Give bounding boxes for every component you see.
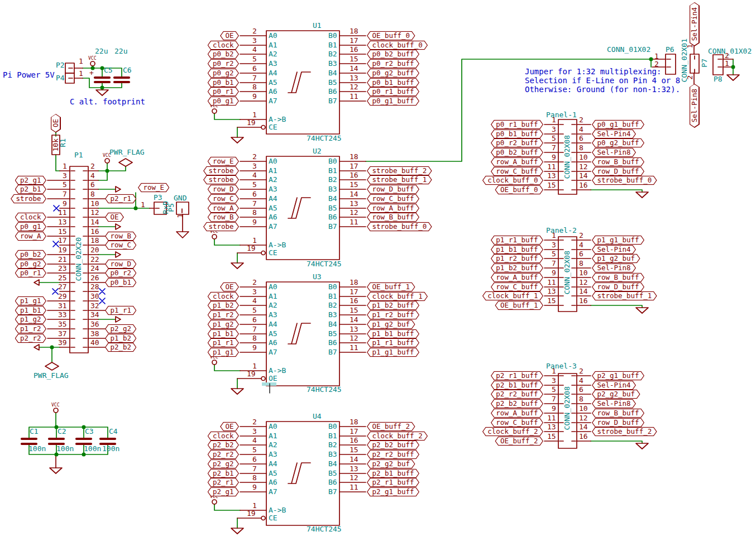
pin-number: 12 xyxy=(579,414,588,422)
global-label-text: OE xyxy=(51,114,60,132)
pin-number: 2 xyxy=(579,367,583,375)
global-label-text: OE xyxy=(221,283,238,291)
global-label-text: p1_b1_buff xyxy=(367,330,418,338)
pin-number: 3 xyxy=(552,126,556,133)
pin-number: 16 xyxy=(350,437,358,444)
pin-name: A2 xyxy=(269,301,277,309)
pin-name: CE xyxy=(269,123,277,131)
global-label-text: p2_r2 xyxy=(208,451,238,458)
global-label-text: p1_b2_buff xyxy=(491,264,542,272)
global-label-text: row_A_buff xyxy=(491,158,542,166)
global-label-text: p1_r1_buff xyxy=(367,339,418,347)
global-label-text: p2_r2 xyxy=(16,334,46,342)
pin-number: 6 xyxy=(579,250,583,257)
pin-number: 15 xyxy=(547,433,556,440)
global-label-text: row_D_buff xyxy=(592,283,643,291)
pin-number: 15 xyxy=(350,55,358,63)
pin-name: B5 xyxy=(328,470,337,477)
pin-name: B7 xyxy=(328,223,337,230)
global-label-text: row_D xyxy=(208,185,238,193)
pin-number: 17 xyxy=(350,37,358,44)
pin-name: B3 xyxy=(328,451,337,458)
pin-name: A5 xyxy=(269,470,277,477)
pin-number: 16 xyxy=(350,171,358,179)
global-label: p0_b1 xyxy=(208,78,239,88)
global-label-text: clock_buff_0 xyxy=(367,41,427,49)
global-label-text: clock_buff_2 xyxy=(367,432,427,440)
global-label: p1_r2 xyxy=(15,324,46,334)
pin-name: B1 xyxy=(328,167,337,174)
pin-number: 7 xyxy=(552,260,556,267)
pin-number: 3 xyxy=(252,162,257,170)
global-label: strobe xyxy=(203,222,239,232)
global-label-text: Sel-Pin4 xyxy=(592,246,635,253)
pin-number: 6 xyxy=(252,190,257,198)
pin-number: 5 xyxy=(552,135,556,142)
pin-number: 28 xyxy=(90,283,99,290)
global-label: strobe xyxy=(203,175,239,185)
global-label: OE xyxy=(220,31,239,41)
connector-ref: GND xyxy=(174,194,186,202)
cap-ref: C3 xyxy=(85,428,94,435)
global-label-text: p0_g2_buff xyxy=(367,69,418,77)
global-label-text: p2_b1_buff xyxy=(367,470,418,477)
pin-number: 7 xyxy=(63,190,67,198)
global-label-text: row_C_buff xyxy=(491,167,542,175)
global-label: p1_b2 xyxy=(105,334,136,343)
pin-stub xyxy=(288,323,310,344)
note-jumper-line1: Jumper for 1:32 multiplexing: xyxy=(525,68,661,76)
pin-number: 19 xyxy=(247,119,256,126)
global-label: clock xyxy=(208,432,239,441)
global-label: p1_b2_buff xyxy=(491,264,543,273)
global-label: Sel-Pin4 xyxy=(592,130,636,139)
pin-number: 3 xyxy=(552,377,556,384)
pin-number: 12 xyxy=(90,209,99,216)
schematic-canvas[interactable]: Pi Power 5V C alt. footprint Jumper for … xyxy=(0,0,756,541)
global-label-text: clock_buff_1 xyxy=(483,292,542,300)
cap-ref: C5 xyxy=(104,66,113,74)
global-label: p1_g2_buf xyxy=(592,254,640,264)
pin-number: 2 xyxy=(579,116,583,123)
pin-number: 25 xyxy=(58,274,67,281)
pin-name: A->B xyxy=(269,116,286,123)
global-label-text: OE_buff_2 xyxy=(367,423,414,430)
global-label: p1_g1_buff xyxy=(367,348,419,357)
global-label: row_A_buff xyxy=(491,273,543,283)
global-label-text: p0_r1 xyxy=(208,88,238,95)
pin-name: A1 xyxy=(269,41,277,49)
global-label-text: p1_r1 xyxy=(106,307,136,314)
global-label-text: p2_g2_buf xyxy=(592,390,639,398)
global-label: row_B xyxy=(208,213,239,222)
global-label: p1_g2 xyxy=(15,315,46,324)
pin-name: B3 xyxy=(328,185,337,193)
pin-number: 1 xyxy=(725,60,729,67)
global-label: OE_buff_0 xyxy=(495,185,543,195)
pin-stub xyxy=(288,463,310,483)
global-label-text: row_A xyxy=(208,204,238,212)
pin-name: B4 xyxy=(328,460,337,467)
global-label: clock_buff_2 xyxy=(367,432,428,441)
pin-name: A1 xyxy=(269,293,277,300)
cap-value: 100n xyxy=(84,445,101,452)
global-label: strobe_buff_2 xyxy=(367,166,432,176)
global-label-text: p0_r1_buff xyxy=(491,121,542,128)
global-label: clock_buff_0 xyxy=(367,41,428,50)
pin-name: A6 xyxy=(269,339,277,346)
global-label: p0_r1 xyxy=(208,87,239,97)
global-label-text: row_E xyxy=(208,157,238,165)
pin-name: B4 xyxy=(328,320,337,328)
cap-ref: C1 xyxy=(30,428,39,435)
vcc-symbol-label: VCC xyxy=(51,403,59,408)
global-label: strobe_buff_2 xyxy=(592,427,657,437)
global-label-text: strobe xyxy=(204,176,238,184)
ic-value: 74HCT245 xyxy=(307,260,342,267)
global-label-text: p0_r2 xyxy=(208,60,238,68)
pin-stub xyxy=(288,198,310,218)
global-label: row_C_buff xyxy=(367,194,419,204)
global-label: p0_g2_buff xyxy=(367,69,419,78)
pin-number: 6 xyxy=(90,181,95,188)
cap-value: 100n xyxy=(102,445,119,452)
global-label: p2_g2_buf xyxy=(592,390,640,399)
global-label: strobe_buff_1 xyxy=(592,291,657,301)
global-label: Sel-Pin8 xyxy=(592,264,636,273)
